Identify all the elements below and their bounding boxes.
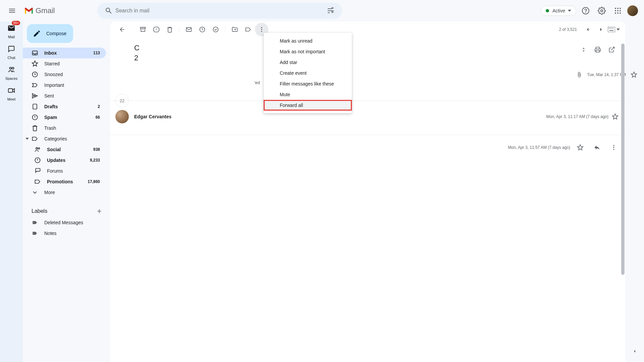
svg-point-20 <box>38 148 40 149</box>
caret-down-icon <box>568 10 571 12</box>
search-icon[interactable] <box>102 4 115 17</box>
compose-button[interactable]: Compose <box>27 24 73 43</box>
nav-snoozed[interactable]: Snoozed <box>23 69 106 80</box>
keyboard-icon <box>608 27 615 32</box>
scrollbar[interactable] <box>621 44 625 275</box>
menu-add-star[interactable]: Add star <box>264 57 352 68</box>
input-tool-button[interactable] <box>608 27 620 32</box>
svg-point-37 <box>613 147 614 148</box>
menu-filter-messages-like-these[interactable]: Filter messages like these <box>264 78 352 89</box>
label-icon <box>245 26 252 33</box>
more-vert-icon <box>258 26 265 33</box>
nav-trash[interactable]: Trash <box>23 123 106 133</box>
search-input[interactable] <box>115 8 324 14</box>
meet-icon <box>8 87 15 94</box>
sender-name: Edgar Cervantes <box>134 114 171 119</box>
svg-point-11 <box>620 12 621 14</box>
support-button[interactable] <box>579 4 592 17</box>
svg-point-5 <box>620 8 621 9</box>
svg-point-26 <box>261 27 262 28</box>
add-task-button[interactable] <box>209 23 222 36</box>
nav-updates[interactable]: Updates9,233 <box>23 155 106 166</box>
apps-button[interactable] <box>611 4 625 17</box>
gmail-logo[interactable]: Gmail <box>24 6 97 15</box>
label-button[interactable] <box>241 23 255 36</box>
nav-more[interactable]: More <box>23 187 106 198</box>
menu-mute[interactable]: Mute <box>264 89 352 100</box>
rail-spaces[interactable]: Spaces <box>2 64 21 80</box>
gmail-logo-icon <box>24 7 34 14</box>
svg-rect-31 <box>610 28 611 28</box>
search-options-button[interactable] <box>324 4 337 17</box>
attachment-icon <box>576 72 582 78</box>
label-notes[interactable]: Notes <box>23 228 106 239</box>
menu-create-event[interactable]: Create event <box>264 68 352 78</box>
open-window-button[interactable] <box>605 43 619 56</box>
expand-collapse-button[interactable] <box>577 43 590 56</box>
svg-point-19 <box>36 147 38 149</box>
add-label-button[interactable] <box>94 206 105 217</box>
gmail-brand-text: Gmail <box>36 6 55 15</box>
chevron-left-icon <box>584 26 591 33</box>
nav-sent[interactable]: Sent <box>23 90 106 101</box>
nav-inbox[interactable]: Inbox113 <box>23 48 106 58</box>
caret-down-icon <box>616 28 620 31</box>
move-button[interactable] <box>228 23 241 36</box>
menu-forward-all[interactable]: Forward all <box>264 100 352 111</box>
mail-icon <box>7 24 15 32</box>
chevron-left-icon <box>632 349 637 354</box>
svg-point-38 <box>613 149 614 150</box>
side-panel-toggle[interactable] <box>630 347 639 356</box>
account-avatar[interactable] <box>627 5 638 16</box>
svg-rect-29 <box>608 27 615 32</box>
pager-text: 2 of 3,521 <box>559 27 577 32</box>
delete-button[interactable] <box>163 23 176 36</box>
print-button[interactable] <box>591 43 604 56</box>
spam-button[interactable] <box>150 23 163 36</box>
search-bar[interactable] <box>97 3 342 19</box>
star-button[interactable] <box>574 141 587 154</box>
nav-drafts[interactable]: Drafts2 <box>23 101 106 112</box>
gear-icon <box>598 7 606 15</box>
nav-social[interactable]: Social938 <box>23 144 106 155</box>
next-button[interactable] <box>594 23 608 36</box>
status-pill[interactable]: Active <box>541 6 576 16</box>
svg-point-2 <box>601 10 603 12</box>
nav-starred[interactable]: Starred <box>23 58 106 69</box>
unfold-icon <box>580 46 587 53</box>
subject-text: Cxxxxxxxxxxxxxxxxxxxxxxxxxxxxxxxxxxxxxxx… <box>134 43 577 63</box>
reply-button[interactable] <box>590 141 604 154</box>
message-row[interactable]: Edgar Cervantes Mon, Apr 3, 11:17 AM (7 … <box>115 110 625 123</box>
open-new-icon <box>608 46 615 53</box>
msg-more-button[interactable] <box>607 141 621 154</box>
svg-rect-17 <box>33 104 37 109</box>
star-outline-icon[interactable] <box>612 113 619 120</box>
menu-mark-as-not-important[interactable]: Mark as not important <box>264 46 352 57</box>
status-dot-icon <box>546 9 549 12</box>
main-menu-button[interactable] <box>4 3 20 19</box>
settings-button[interactable] <box>595 4 608 17</box>
archive-button[interactable] <box>136 23 150 36</box>
nav-promotions[interactable]: Promotions17,860 <box>23 176 106 187</box>
prev-button[interactable] <box>581 23 594 36</box>
snooze-button[interactable] <box>196 23 209 36</box>
nav-spam[interactable]: Spam66 <box>23 112 106 123</box>
nav-important[interactable]: Important <box>23 80 106 90</box>
menu-mark-as-unread[interactable]: Mark as unread <box>264 36 352 46</box>
spaces-icon <box>8 66 15 73</box>
mail-badge: 99+ <box>12 21 20 25</box>
back-button[interactable] <box>115 23 129 36</box>
rail-chat[interactable]: Chat <box>2 44 21 60</box>
mark-unread-button[interactable] <box>182 23 196 36</box>
nav-forums[interactable]: Forums <box>23 166 106 176</box>
labels-heading: Labels <box>32 208 47 214</box>
more-vert-icon <box>610 144 617 151</box>
svg-point-36 <box>613 145 614 146</box>
svg-rect-30 <box>609 28 609 28</box>
svg-point-28 <box>261 31 262 32</box>
rail-meet[interactable]: Meet <box>2 85 21 101</box>
label-deleted-messages[interactable]: Deleted Messages <box>23 217 106 228</box>
arrow-left-icon <box>119 26 125 33</box>
rail-mail[interactable]: 99+ Mail <box>2 23 21 39</box>
nav-categories[interactable]: Categories <box>23 133 106 144</box>
